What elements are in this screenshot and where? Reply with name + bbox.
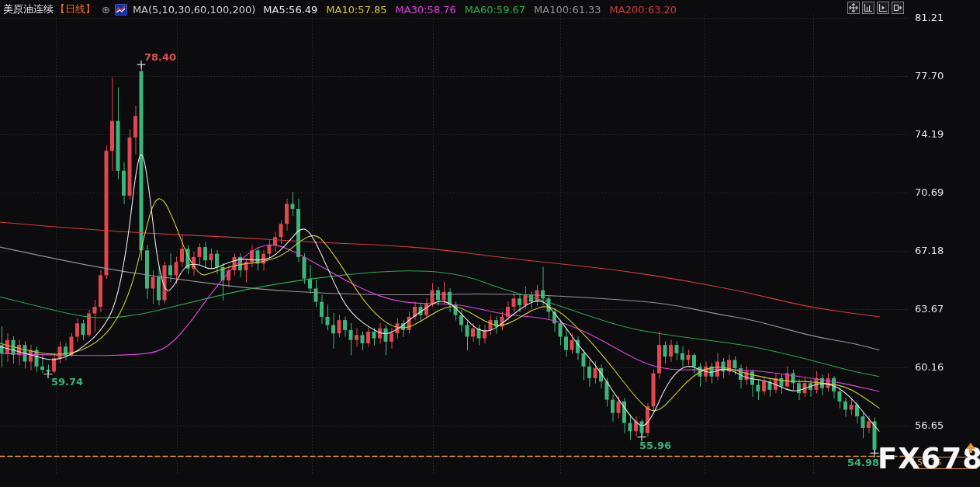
axis-label: 60.16: [915, 361, 944, 373]
ma60-readout: MA60:59.67: [465, 4, 525, 16]
chart-header: 美原油连续 【日线】 ⊕ MA(5,10,30,60,100,200) MA5:…: [3, 2, 677, 16]
latest-price-arrow-icon[interactable]: [964, 442, 977, 457]
add-compare-icon[interactable]: ⊕: [102, 4, 110, 16]
indicator-chart-icon[interactable]: [115, 4, 127, 16]
axis-label: 56.65: [915, 419, 944, 431]
axis-label: 67.18: [915, 245, 944, 256]
instrument-title: 美原油连续: [3, 2, 54, 16]
ma5-readout: MA5:56.49: [263, 4, 317, 16]
ma100-readout: MA100:61.33: [534, 4, 601, 16]
ma10-readout: MA10:57.85: [326, 4, 386, 16]
period-label[interactable]: 【日线】: [55, 2, 95, 16]
playback-icon[interactable]: [877, 2, 889, 14]
axis-label: 77.70: [915, 70, 944, 82]
high-price-annotation: 78.40: [144, 51, 176, 63]
low-price-annotation: 54.98: [847, 457, 879, 468]
axis-label: 63.67: [915, 303, 944, 315]
pan-icon[interactable]: [847, 2, 860, 14]
trading-chart-window: 美原油连续 【日线】 ⊕ MA(5,10,30,60,100,200) MA5:…: [0, 0, 980, 487]
chart-toolbar: [847, 2, 904, 14]
axis-scale-icon[interactable]: [862, 2, 874, 14]
ma-params-label: MA(5,10,30,60,100,200): [133, 4, 255, 16]
ma30-readout: MA30:58.76: [396, 4, 456, 16]
axis-label: 81.21: [915, 12, 944, 23]
candlestick-chart-canvas[interactable]: [0, 0, 980, 487]
low-price-annotation: 59.74: [51, 376, 83, 388]
axis-label: 70.69: [915, 186, 944, 198]
ma200-readout: MA200:63.20: [610, 4, 677, 16]
low-price-annotation: 55.96: [639, 440, 671, 451]
export-icon[interactable]: [892, 2, 904, 14]
axis-label: 74.19: [915, 128, 944, 140]
